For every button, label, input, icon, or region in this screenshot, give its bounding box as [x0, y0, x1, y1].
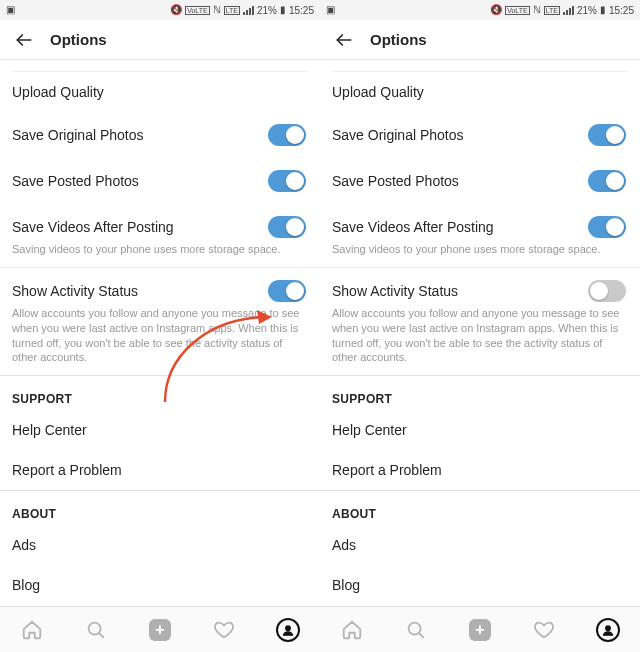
home-icon [21, 619, 43, 641]
report-problem-label: Report a Problem [332, 462, 442, 478]
clock: 15:25 [289, 5, 314, 16]
mute-icon: 🔇 [490, 5, 502, 15]
tab-search[interactable] [83, 617, 109, 643]
row-privacy[interactable]: Privacy Policy [0, 605, 320, 606]
back-arrow-icon [14, 30, 34, 50]
back-button[interactable] [332, 28, 356, 52]
profile-avatar [596, 618, 620, 642]
back-button[interactable] [12, 28, 36, 52]
heart-icon [533, 619, 555, 641]
signal-icon [563, 6, 574, 15]
nfc-icon: ℕ [213, 5, 221, 15]
save-original-label: Save Original Photos [12, 127, 144, 143]
mute-icon: 🔇 [170, 5, 182, 15]
pane-0: ▣ 🔇 VoLTE ℕ LTE 21% ▮ 15:25 Options [0, 0, 320, 652]
row-comments-truncated[interactable]: Comments [12, 60, 308, 72]
nfc-icon: ℕ [533, 5, 541, 15]
svg-point-4 [606, 625, 611, 630]
save-videos-caption: Saving videos to your phone uses more st… [0, 242, 320, 267]
row-ads[interactable]: Ads [320, 525, 640, 565]
status-bar: ▣ 🔇 VoLTE ℕ LTE 21% ▮ 15:25 [320, 0, 640, 20]
toggle-save-posted[interactable] [588, 170, 626, 192]
tab-profile[interactable] [275, 617, 301, 643]
toggle-activity-status[interactable] [268, 280, 306, 302]
help-center-label: Help Center [12, 422, 87, 438]
settings-scroll[interactable]: Comments Upload Quality Save Original Ph… [320, 60, 640, 606]
activity-status-label: Show Activity Status [12, 283, 138, 299]
volte-badge: VoLTE [185, 6, 210, 15]
activity-status-label: Show Activity Status [332, 283, 458, 299]
avatar-icon [281, 623, 295, 637]
tab-add[interactable]: + [147, 617, 173, 643]
ads-label: Ads [332, 537, 356, 553]
row-save-videos: Save Videos After Posting [320, 204, 640, 242]
pane-1: ▣ 🔇 VoLTE ℕ LTE 21% ▮ 15:25 Options Comm… [320, 0, 640, 652]
help-center-label: Help Center [332, 422, 407, 438]
profile-avatar [276, 618, 300, 642]
image-icon: ▣ [326, 5, 335, 15]
upload-quality-label: Upload Quality [332, 84, 424, 100]
ads-label: Ads [12, 537, 36, 553]
page-title: Options [370, 31, 427, 48]
save-posted-label: Save Posted Photos [12, 173, 139, 189]
tab-add[interactable]: + [467, 617, 493, 643]
volte-badge: VoLTE [505, 6, 530, 15]
home-icon [341, 619, 363, 641]
status-bar: ▣ 🔇 VoLTE ℕ LTE 21% ▮ 15:25 [0, 0, 320, 20]
row-report-problem[interactable]: Report a Problem [0, 450, 320, 490]
section-support: SUPPORT [320, 376, 640, 410]
signal-icon [243, 6, 254, 15]
back-arrow-icon [334, 30, 354, 50]
settings-scroll[interactable]: Comments Upload Quality Save Original Ph… [0, 60, 320, 606]
toggle-save-posted[interactable] [268, 170, 306, 192]
row-report-problem[interactable]: Report a Problem [320, 450, 640, 490]
heart-icon [213, 619, 235, 641]
row-upload-quality[interactable]: Upload Quality [0, 72, 320, 112]
search-icon [85, 619, 107, 641]
row-privacy[interactable]: Privacy Policy [320, 605, 640, 606]
row-upload-quality[interactable]: Upload Quality [320, 72, 640, 112]
row-comments-truncated[interactable]: Comments [332, 60, 628, 72]
tab-activity[interactable] [531, 617, 557, 643]
tab-profile[interactable] [595, 617, 621, 643]
add-icon: + [149, 619, 171, 641]
battery-percent: 21% [257, 5, 277, 16]
report-problem-label: Report a Problem [12, 462, 122, 478]
activity-status-caption: Allow accounts you follow and anyone you… [320, 306, 640, 375]
tab-home[interactable] [19, 617, 45, 643]
add-icon: + [469, 619, 491, 641]
row-help-center[interactable]: Help Center [320, 410, 640, 450]
toggle-save-videos[interactable] [588, 216, 626, 238]
row-blog[interactable]: Blog [0, 565, 320, 605]
section-about: ABOUT [0, 491, 320, 525]
save-original-label: Save Original Photos [332, 127, 464, 143]
tab-home[interactable] [339, 617, 365, 643]
toggle-save-original[interactable] [588, 124, 626, 146]
upload-quality-label: Upload Quality [12, 84, 104, 100]
svg-point-2 [286, 625, 291, 630]
row-blog[interactable]: Blog [320, 565, 640, 605]
tab-search[interactable] [403, 617, 429, 643]
row-activity-status: Show Activity Status [0, 268, 320, 306]
save-videos-label: Save Videos After Posting [332, 219, 494, 235]
battery-icon: ▮ [280, 5, 286, 15]
row-help-center[interactable]: Help Center [0, 410, 320, 450]
toggle-activity-status[interactable] [588, 280, 626, 302]
battery-percent: 21% [577, 5, 597, 16]
activity-status-caption: Allow accounts you follow and anyone you… [0, 306, 320, 375]
page-title: Options [50, 31, 107, 48]
save-videos-caption: Saving videos to your phone uses more st… [320, 242, 640, 267]
row-save-posted: Save Posted Photos [320, 158, 640, 204]
bottom-tabbar: + [320, 606, 640, 652]
toggle-save-original[interactable] [268, 124, 306, 146]
section-about: ABOUT [320, 491, 640, 525]
tab-activity[interactable] [211, 617, 237, 643]
row-save-posted: Save Posted Photos [0, 158, 320, 204]
row-ads[interactable]: Ads [0, 525, 320, 565]
action-bar: Options [320, 20, 640, 60]
save-videos-label: Save Videos After Posting [12, 219, 174, 235]
avatar-icon [601, 623, 615, 637]
toggle-save-videos[interactable] [268, 216, 306, 238]
bottom-tabbar: + [0, 606, 320, 652]
row-save-original: Save Original Photos [0, 112, 320, 158]
